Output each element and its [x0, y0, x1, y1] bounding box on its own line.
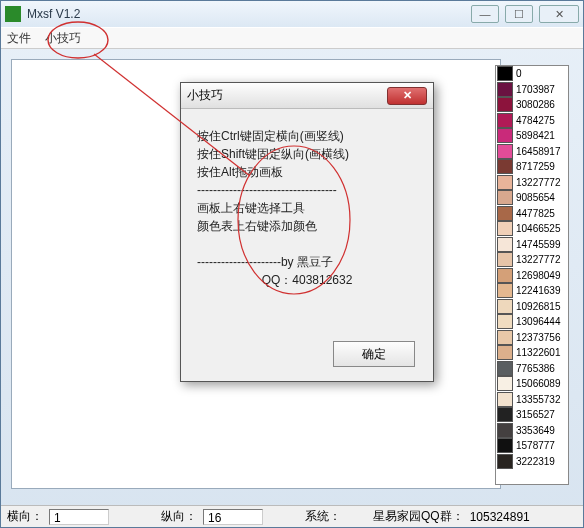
color-value: 4477825: [516, 208, 555, 219]
palette-row[interactable]: 3353649: [496, 423, 568, 439]
color-swatch[interactable]: [497, 299, 513, 314]
palette-row[interactable]: 16458917: [496, 144, 568, 160]
tip-author: ---------------------by 黑豆子: [197, 253, 417, 271]
color-value: 3222319: [516, 456, 555, 467]
color-palette[interactable]: 0170398730802864784275589842116458917871…: [495, 65, 569, 485]
palette-row[interactable]: 8717259: [496, 159, 568, 175]
color-swatch[interactable]: [497, 206, 513, 221]
color-value: 15066089: [516, 378, 561, 389]
color-swatch[interactable]: [497, 438, 513, 453]
color-value: 9085654: [516, 192, 555, 203]
color-swatch[interactable]: [497, 376, 513, 391]
menu-file[interactable]: 文件: [7, 30, 31, 47]
palette-row[interactable]: 15066089: [496, 376, 568, 392]
palette-row[interactable]: 13227772: [496, 252, 568, 268]
color-swatch[interactable]: [497, 175, 513, 190]
minimize-button[interactable]: —: [471, 5, 499, 23]
color-swatch[interactable]: [497, 113, 513, 128]
color-swatch[interactable]: [497, 454, 513, 469]
dialog-body: 按住Ctrl键固定横向(画竖线) 按住Shift键固定纵向(画横线) 按住Alt…: [181, 109, 433, 307]
status-group-value: 105324891: [470, 510, 530, 524]
color-value: 10466525: [516, 223, 561, 234]
titlebar[interactable]: Mxsf V1.2 — ☐ ✕: [1, 1, 583, 27]
status-sys-label: 系统：: [305, 508, 341, 525]
dialog-close-button[interactable]: ✕: [387, 87, 427, 105]
color-swatch[interactable]: [497, 423, 513, 438]
color-swatch[interactable]: [497, 392, 513, 407]
color-swatch[interactable]: [497, 407, 513, 422]
color-value: 12373756: [516, 332, 561, 343]
palette-row[interactable]: 12241639: [496, 283, 568, 299]
color-swatch[interactable]: [497, 237, 513, 252]
palette-row[interactable]: 4477825: [496, 206, 568, 222]
color-value: 12698049: [516, 270, 561, 281]
color-swatch[interactable]: [497, 283, 513, 298]
color-value: 11322601: [516, 347, 561, 358]
palette-row[interactable]: 13096444: [496, 314, 568, 330]
color-value: 4784275: [516, 115, 555, 126]
palette-row[interactable]: 0: [496, 66, 568, 82]
dialog-title: 小技巧: [187, 87, 387, 104]
color-swatch[interactable]: [497, 330, 513, 345]
color-value: 0: [516, 68, 522, 79]
palette-row[interactable]: 13227772: [496, 175, 568, 191]
color-swatch[interactable]: [497, 128, 513, 143]
color-value: 10926815: [516, 301, 561, 312]
color-swatch[interactable]: [497, 361, 513, 376]
palette-row[interactable]: 5898421: [496, 128, 568, 144]
ok-button[interactable]: 确定: [333, 341, 415, 367]
tip-sep: -----------------------------------: [197, 181, 417, 199]
status-v-value[interactable]: 16: [203, 509, 263, 525]
color-swatch[interactable]: [497, 314, 513, 329]
palette-row[interactable]: 3222319: [496, 454, 568, 470]
palette-row[interactable]: 10466525: [496, 221, 568, 237]
palette-row[interactable]: 3156527: [496, 407, 568, 423]
color-swatch[interactable]: [497, 190, 513, 205]
color-value: 7765386: [516, 363, 555, 374]
window-title: Mxsf V1.2: [27, 7, 471, 21]
palette-row[interactable]: 4784275: [496, 113, 568, 129]
tip-line: 画板上右键选择工具: [197, 199, 417, 217]
color-swatch[interactable]: [497, 82, 513, 97]
palette-row[interactable]: 1578777: [496, 438, 568, 454]
tip-line: 按住Ctrl键固定横向(画竖线): [197, 127, 417, 145]
color-swatch[interactable]: [497, 252, 513, 267]
menu-tips[interactable]: 小技巧: [45, 30, 81, 47]
color-value: 1703987: [516, 84, 555, 95]
tip-line: 按住Shift键固定纵向(画横线): [197, 145, 417, 163]
color-value: 8717259: [516, 161, 555, 172]
palette-row[interactable]: 1703987: [496, 82, 568, 98]
color-swatch[interactable]: [497, 268, 513, 283]
tip-line: 颜色表上右键添加颜色: [197, 217, 417, 235]
dialog-titlebar[interactable]: 小技巧 ✕: [181, 83, 433, 109]
color-value: 16458917: [516, 146, 561, 157]
close-button[interactable]: ✕: [539, 5, 579, 23]
status-group-label: 星易家园QQ群：: [373, 508, 464, 525]
color-swatch[interactable]: [497, 144, 513, 159]
palette-row[interactable]: 11322601: [496, 345, 568, 361]
color-value: 13227772: [516, 254, 561, 265]
menubar: 文件 小技巧: [1, 27, 583, 49]
status-h-value[interactable]: 1: [49, 509, 109, 525]
color-value: 3353649: [516, 425, 555, 436]
color-value: 12241639: [516, 285, 561, 296]
palette-row[interactable]: 10926815: [496, 299, 568, 315]
palette-row[interactable]: 13355732: [496, 392, 568, 408]
color-swatch[interactable]: [497, 221, 513, 236]
tips-dialog: 小技巧 ✕ 按住Ctrl键固定横向(画竖线) 按住Shift键固定纵向(画横线)…: [180, 82, 434, 382]
tip-line: 按住Alt拖动画板: [197, 163, 417, 181]
color-value: 3156527: [516, 409, 555, 420]
palette-row[interactable]: 12698049: [496, 268, 568, 284]
palette-row[interactable]: 12373756: [496, 330, 568, 346]
palette-row[interactable]: 14745599: [496, 237, 568, 253]
color-swatch[interactable]: [497, 97, 513, 112]
palette-row[interactable]: 7765386: [496, 361, 568, 377]
color-swatch[interactable]: [497, 66, 513, 81]
palette-row[interactable]: 3080286: [496, 97, 568, 113]
color-value: 14745599: [516, 239, 561, 250]
color-swatch[interactable]: [497, 159, 513, 174]
color-swatch[interactable]: [497, 345, 513, 360]
maximize-button[interactable]: ☐: [505, 5, 533, 23]
statusbar: 横向： 1 纵向： 16 系统： 星易家园QQ群： 105324891: [1, 505, 583, 527]
palette-row[interactable]: 9085654: [496, 190, 568, 206]
